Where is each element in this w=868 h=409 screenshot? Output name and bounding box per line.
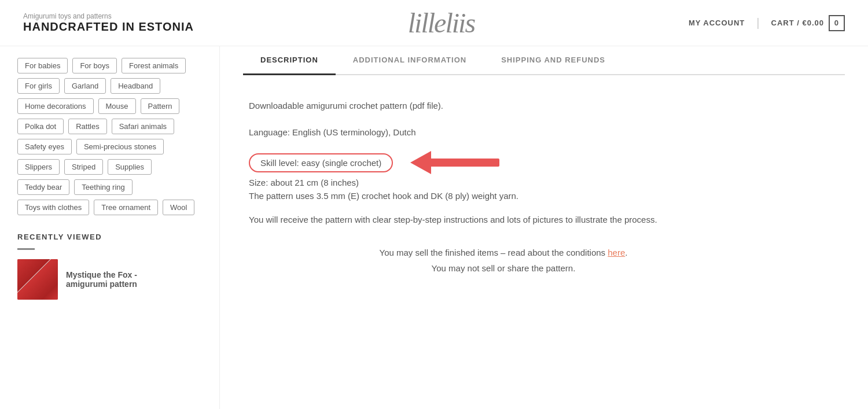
tab-additional-info[interactable]: ADDITIONAL INFORMATION (336, 46, 484, 75)
sell-period: . (625, 248, 627, 257)
sell-info-text-1: You may sell the finished items – read a… (380, 248, 606, 257)
tag-item[interactable]: Headband (111, 78, 160, 94)
cart-badge: 0 (829, 15, 845, 31)
tagline: Amigurumi toys and patterns (23, 12, 194, 20)
tab-description[interactable]: DESCRIPTION (243, 46, 336, 75)
sell-info: You may sell the finished items – read a… (249, 245, 758, 276)
tag-item[interactable]: Home decorations (17, 98, 94, 114)
step-instructions: You will receive the pattern with clear … (249, 212, 758, 227)
arrow-annotation (410, 151, 499, 174)
tag-item[interactable]: Rattles (68, 119, 106, 134)
recently-viewed-label: Mystique the Fox -amigurumi pattern (66, 270, 137, 289)
tag-item[interactable]: For babies (17, 58, 68, 73)
intro-text: Downloadable amigurumi crochet pattern (… (249, 98, 758, 113)
recently-viewed-item[interactable]: Mystique the Fox -amigurumi pattern (17, 259, 202, 300)
tag-item[interactable]: Mouse (98, 98, 136, 114)
here-link[interactable]: here (608, 248, 625, 257)
recently-viewed-thumb (17, 259, 58, 300)
tag-item[interactable]: Safety eyes (17, 139, 72, 154)
cart-label: CART / €0.00 (771, 19, 824, 27)
tag-item[interactable]: Slippers (17, 159, 60, 175)
main-content: DESCRIPTION ADDITIONAL INFORMATION SHIPP… (220, 46, 868, 409)
tag-item[interactable]: Forest animals (122, 58, 186, 73)
recently-viewed-divider (17, 248, 35, 250)
tab-shipping[interactable]: SHIPPING AND REFUNDS (484, 46, 623, 75)
skill-level-row: Skill level: easy (single crochet) (249, 151, 758, 174)
tag-item[interactable]: Polka dot (17, 119, 64, 134)
sidebar: For babiesFor boysForest animalsFor girl… (0, 46, 220, 409)
page-body: For babiesFor boysForest animalsFor girl… (0, 46, 868, 409)
site-header: Amigurumi toys and patterns HANDCRAFTED … (0, 0, 868, 46)
tag-item[interactable]: For girls (17, 78, 60, 94)
hook-text: The pattern uses 3.5 mm (E) crochet hook… (249, 191, 758, 201)
tag-item[interactable]: Garland (64, 78, 106, 94)
recently-viewed-title: RECENTLY VIEWED (17, 233, 202, 241)
arrow-body (430, 159, 499, 167)
tag-item[interactable]: Wool (163, 200, 194, 215)
header-actions: MY ACCOUNT | CART / €0.00 0 (689, 15, 845, 31)
language-text: Language: English (US terminology), Dutc… (249, 125, 758, 140)
description-panel: Downloadable amigurumi crochet pattern (… (243, 93, 764, 293)
tag-item[interactable]: Safari animals (112, 119, 174, 134)
skill-level-text: Skill level: easy (single crochet) (249, 153, 393, 172)
tag-item[interactable]: Toys with clothes (17, 200, 89, 215)
fox-pattern-image (17, 259, 58, 300)
tag-item[interactable]: For boys (72, 58, 117, 73)
tag-item[interactable]: Teething ring (74, 179, 132, 195)
no-sell-text: You may not sell or share the pattern. (432, 263, 576, 273)
site-logo: lilleliis (408, 7, 475, 39)
size-text: Size: about 21 cm (8 inches) (249, 178, 758, 187)
tag-item[interactable]: Semi-precious stones (76, 139, 164, 154)
tag-item[interactable]: Teddy bear (17, 179, 69, 195)
arrow-head (410, 151, 431, 174)
my-account-link[interactable]: MY ACCOUNT (689, 19, 745, 27)
header-branding: Amigurumi toys and patterns HANDCRAFTED … (23, 12, 194, 34)
tag-item[interactable]: Tree ornament (94, 200, 158, 215)
tag-item[interactable]: Striped (64, 159, 103, 175)
tabs: DESCRIPTION ADDITIONAL INFORMATION SHIPP… (243, 46, 845, 75)
header-divider: | (756, 16, 759, 30)
cart-area[interactable]: CART / €0.00 0 (771, 15, 845, 31)
brand-name: HANDCRAFTED IN ESTONIA (23, 20, 194, 34)
tag-item[interactable]: Supplies (108, 159, 152, 175)
tag-item[interactable]: Pattern (141, 98, 180, 114)
tag-cloud: For babiesFor boysForest animalsFor girl… (17, 58, 202, 215)
